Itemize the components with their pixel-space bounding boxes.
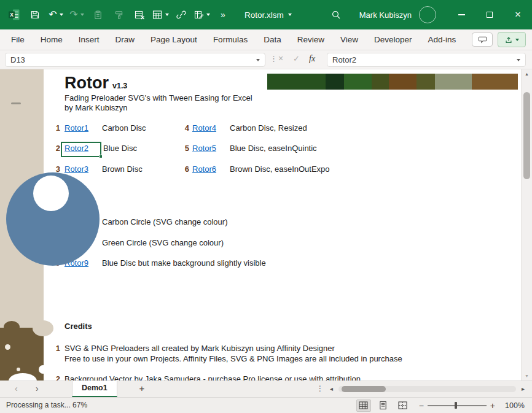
- row-description: Blue Disc, easeInQuintic: [230, 143, 317, 154]
- rotor5-link[interactable]: Rotor5: [192, 143, 216, 154]
- sheet-tabs-bar: ‹ › Demo1 + ⋮ ◂ ▸: [0, 380, 532, 397]
- vertical-scrollbar-thumb[interactable]: [523, 92, 530, 179]
- menu-tab-formulas[interactable]: Formulas: [205, 29, 256, 50]
- row-number: 4: [181, 123, 189, 134]
- rotor3-link[interactable]: Rotor3: [65, 164, 88, 175]
- search-icon[interactable]: [327, 6, 345, 24]
- horizontal-scrollbar-thumb[interactable]: [342, 386, 386, 392]
- tabs-more-icon[interactable]: ⋮: [316, 384, 324, 393]
- credit-line: Free to use in your own Projects. Affini…: [65, 353, 402, 364]
- zoom-level[interactable]: 100%: [504, 401, 525, 410]
- credit-line: SVG & PNG Preloaders all created by Mark…: [65, 343, 402, 353]
- user-name[interactable]: Mark Kubiszyn: [359, 10, 412, 20]
- add-sheet-button[interactable]: +: [136, 383, 148, 393]
- format-painter-icon[interactable]: [110, 6, 127, 24]
- save-icon[interactable]: [26, 6, 44, 24]
- name-box[interactable]: D13: [5, 53, 265, 67]
- insert-function-icon[interactable]: fx: [309, 54, 315, 64]
- sheet-byline: by Mark Kubiszyn: [65, 103, 128, 112]
- menu-tab-developer[interactable]: Developer: [366, 29, 420, 50]
- row-number: 6: [181, 164, 189, 175]
- close-button[interactable]: ×: [504, 0, 532, 29]
- redo-button[interactable]: ↷: [68, 6, 85, 24]
- rotor6-link[interactable]: Rotor6: [192, 164, 216, 175]
- link-icon[interactable]: [173, 6, 190, 24]
- scroll-left-icon[interactable]: ◂: [330, 385, 333, 392]
- user-avatar[interactable]: [419, 6, 436, 23]
- menu-tab-review[interactable]: Review: [289, 29, 332, 50]
- background-decor-dot: [5, 344, 10, 350]
- cancel-icon[interactable]: ×: [278, 53, 283, 63]
- delete-rows-icon[interactable]: [131, 6, 148, 24]
- row-number: 5: [181, 143, 189, 154]
- expand-formula-bar-icon: [517, 59, 520, 61]
- formula-input[interactable]: Rotor2: [327, 53, 526, 67]
- active-cell-reference: D13: [10, 55, 25, 64]
- excel-window: X ↶ ↷: [0, 0, 532, 413]
- blue-disc-preloader-image: [6, 172, 100, 266]
- row-description: Carbon Disc: [102, 123, 146, 134]
- sheet-tab-demo1[interactable]: Demo1: [72, 381, 117, 397]
- row-number: 1: [52, 123, 60, 134]
- table-tools-icon[interactable]: [152, 6, 169, 24]
- formula-content: Rotor2: [332, 55, 356, 64]
- zoom-out-button[interactable]: −: [419, 401, 424, 411]
- sheet-nav-left-icon[interactable]: ‹: [15, 384, 18, 393]
- background-decor-dash: [11, 102, 21, 104]
- menu-tab-draw[interactable]: Draw: [108, 29, 143, 50]
- page-break-view-button[interactable]: [396, 399, 410, 412]
- normal-view-button[interactable]: [356, 399, 371, 412]
- document-title[interactable]: Rotor.xlsm: [244, 0, 292, 29]
- cell-format-icon[interactable]: [194, 6, 211, 24]
- zoom-in-button[interactable]: +: [490, 401, 495, 411]
- credit-number: 1: [52, 343, 60, 354]
- zoom-slider-thumb[interactable]: [455, 402, 457, 409]
- scroll-down-icon[interactable]: ▼: [522, 374, 532, 378]
- more-commands-icon: »: [221, 10, 225, 20]
- share-icon: [504, 36, 513, 44]
- titlebar-right: Mark Kubiszyn ×: [326, 0, 532, 29]
- clipboard-icon[interactable]: [89, 6, 106, 24]
- maximize-button[interactable]: [475, 0, 504, 29]
- row-description: Blue Disc but make background slightly v…: [102, 258, 266, 269]
- menu-tab-page-layout[interactable]: Page Layout: [143, 29, 205, 50]
- normal-view-icon: [359, 401, 368, 409]
- menu-tab-view[interactable]: View: [332, 29, 366, 50]
- sheet-nav-right-icon[interactable]: ›: [36, 384, 39, 393]
- comments-button[interactable]: [472, 33, 493, 47]
- menu-tab-file[interactable]: File: [3, 29, 33, 50]
- app-title: Rotor: [65, 74, 109, 92]
- more-commands-button[interactable]: »: [214, 6, 232, 24]
- row-description: Carbon Circle (SVG change colour): [102, 217, 227, 228]
- page-layout-view-icon: [378, 401, 388, 410]
- active-cell-selection[interactable]: [61, 142, 101, 157]
- quick-access-toolbar: X ↶ ↷: [4, 0, 233, 29]
- excel-app-icon[interactable]: X: [6, 6, 23, 24]
- share-button[interactable]: [498, 32, 526, 47]
- formula-bar-resize-handle[interactable]: ⋮: [270, 54, 278, 63]
- title-bar: X ↶ ↷: [0, 0, 532, 29]
- status-bar: Processing a task... 67%: [0, 397, 532, 413]
- menu-tab-data[interactable]: Data: [256, 29, 289, 50]
- row-number: 2: [52, 143, 60, 154]
- worksheet[interactable]: Rotorv1.3 Fading Preloader SVG's with Tw…: [0, 69, 532, 380]
- horizontal-scrollbar-track[interactable]: [338, 386, 516, 392]
- scroll-right-icon[interactable]: ▸: [522, 385, 525, 392]
- fill-handle[interactable]: [99, 155, 103, 158]
- filename-label: Rotor.xlsm: [244, 10, 284, 20]
- rotor1-link[interactable]: Rotor1: [65, 123, 88, 134]
- minimize-button[interactable]: [447, 0, 475, 29]
- sheet-heading: Rotorv1.3: [65, 74, 127, 93]
- menu-tab-insert[interactable]: Insert: [71, 29, 108, 50]
- undo-button[interactable]: ↶: [47, 6, 65, 24]
- enter-icon[interactable]: ✓: [293, 54, 300, 63]
- vertical-scrollbar[interactable]: ▲ ▼: [521, 69, 532, 380]
- menu-tab-add-ins[interactable]: Add-ins: [420, 29, 464, 50]
- scroll-up-icon[interactable]: ▲: [522, 72, 532, 76]
- horizontal-scrollbar[interactable]: ◂ ▸: [330, 384, 525, 394]
- menu-tab-home[interactable]: Home: [33, 29, 71, 50]
- page-layout-view-button[interactable]: [376, 399, 391, 412]
- comment-icon: [478, 35, 487, 44]
- zoom-slider[interactable]: [428, 398, 487, 413]
- rotor4-link[interactable]: Rotor4: [192, 123, 216, 134]
